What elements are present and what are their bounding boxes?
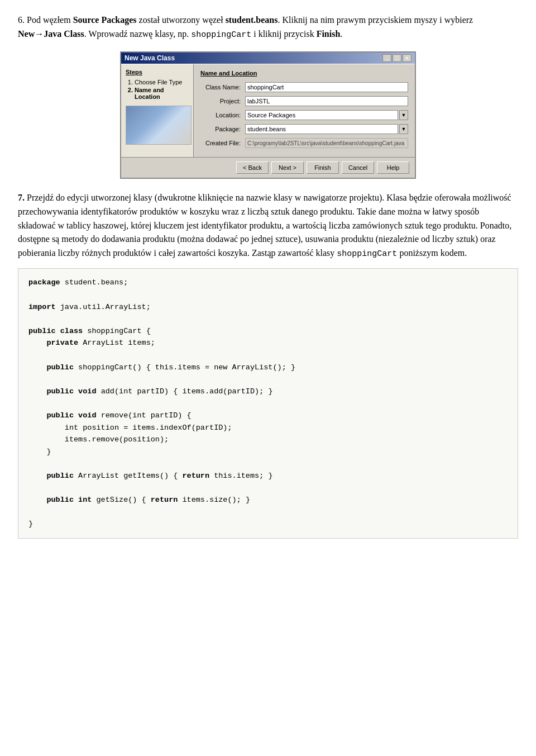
label-created-file: Created File: <box>200 140 245 146</box>
step-1: Choose File Type <box>135 79 189 85</box>
dialog-wrapper: New Java Class _ □ × Steps Choose File T… <box>18 51 518 179</box>
new-java-class-dialog: New Java Class _ □ × Steps Choose File T… <box>120 51 416 179</box>
steps-thumbnail <box>126 106 192 145</box>
p6-student-beans: student.beans <box>226 15 278 25</box>
cancel-button[interactable]: Cancel <box>342 161 374 174</box>
p6-source-packages: Source Packages <box>73 15 137 25</box>
minimize-button[interactable]: _ <box>382 54 391 62</box>
location-dropdown-btn[interactable]: ▼ <box>399 110 408 120</box>
p6-end1: . Kliknij na nim prawym przyciskiem mysz… <box>277 15 473 25</box>
steps-list: Choose File Type Name and Location <box>126 79 189 100</box>
finish-button[interactable]: Finish <box>307 161 339 174</box>
dialog-titlebar: New Java Class _ □ × <box>121 53 415 64</box>
p6-end2: . Wprowadź nazwę klasy, np. <box>84 29 192 39</box>
dialog-titlebar-buttons: _ □ × <box>382 54 411 62</box>
paragraph-6: 6. Pod węzłem Source Packages został utw… <box>18 13 518 41</box>
p6-java-class: Java Class <box>44 29 84 39</box>
input-project[interactable] <box>245 96 408 106</box>
close-button[interactable]: × <box>403 54 411 62</box>
dialog-title: New Java Class <box>125 54 175 62</box>
dialog-footer: < Back Next > Finish Cancel Help <box>121 157 415 178</box>
dialog-steps-panel: Steps Choose File Type Name and Location <box>121 64 194 157</box>
label-project: Project: <box>200 98 245 104</box>
dialog-body: Steps Choose File Type Name and Location… <box>121 64 415 157</box>
field-class-name: Class Name: <box>200 82 408 92</box>
step-2: Name and Location <box>135 87 189 100</box>
field-project: Project: <box>200 96 408 106</box>
maximize-button[interactable]: □ <box>393 54 401 62</box>
p6-end3: i kliknij przycisk <box>251 29 316 39</box>
p6-arrow: → <box>35 29 44 39</box>
input-class-name[interactable] <box>245 82 408 92</box>
p7-code-ref: shoppingCart <box>337 249 397 259</box>
p6-code1: shoppingCart <box>191 30 251 40</box>
label-location: Location: <box>200 112 245 118</box>
p6-new: New <box>18 29 35 39</box>
value-created-file: C:\programy\lab2STL\src\java\student\bea… <box>245 138 408 148</box>
next-button[interactable]: Next > <box>271 161 304 174</box>
p7-text2: poniższym kodem. <box>397 248 467 258</box>
help-button[interactable]: Help <box>377 161 409 174</box>
paragraph-7: 7. Przejdź do edycji utworzonej klasy (d… <box>18 191 518 260</box>
field-location: Location: ▼ <box>200 110 408 120</box>
input-location[interactable] <box>245 110 398 120</box>
p6-intro: 6. Pod węzłem <box>18 15 73 25</box>
location-dropdown-wrapper: ▼ <box>245 110 408 120</box>
p6-end4: . <box>340 29 342 39</box>
main-heading: Name and Location <box>200 70 408 77</box>
steps-heading: Steps <box>126 69 189 75</box>
dialog-main-panel: Name and Location Class Name: Project: L… <box>194 64 415 157</box>
input-package[interactable] <box>245 124 398 134</box>
package-dropdown-btn[interactable]: ▼ <box>399 124 408 134</box>
field-created-file: Created File: C:\programy\lab2STL\src\ja… <box>200 138 408 148</box>
back-button[interactable]: < Back <box>236 161 269 174</box>
code-block: package student.beans; import java.util.… <box>18 268 518 538</box>
p6-mid1: został utworzony węzeł <box>137 15 226 25</box>
package-dropdown-wrapper: ▼ <box>245 124 408 134</box>
label-class-name: Class Name: <box>200 84 245 91</box>
label-package: Package: <box>200 126 245 132</box>
p6-finish: Finish <box>317 29 341 39</box>
p7-number: 7. <box>18 193 25 202</box>
field-package: Package: ▼ <box>200 124 408 134</box>
